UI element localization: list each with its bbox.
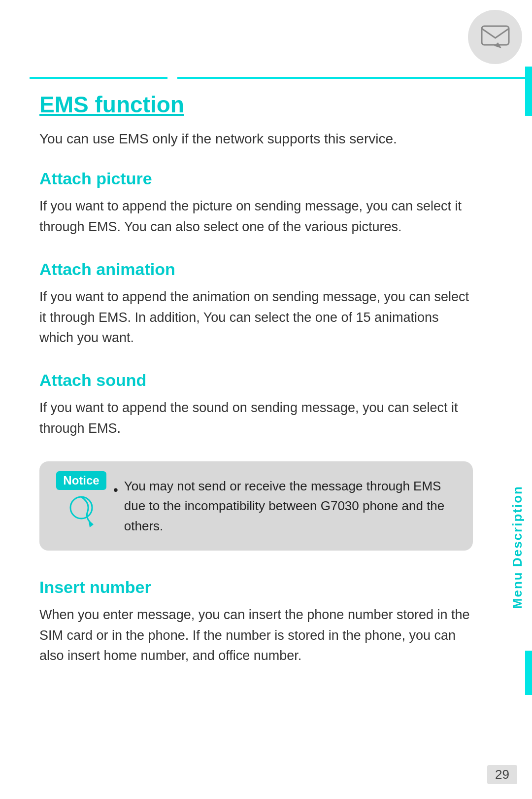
top-bar	[30, 76, 532, 79]
section-heading-attach-animation: Attach animation	[39, 260, 473, 279]
notice-text: • You may not send or receive the messag…	[113, 476, 455, 536]
section-body-attach-picture: If you want to append the picture on sen…	[39, 196, 473, 238]
section-heading-attach-sound: Attach sound	[39, 371, 473, 390]
page-title: EMS function	[39, 91, 473, 118]
notice-box: Notice • You may not send or receive the…	[39, 461, 473, 551]
right-sidebar-accent	[525, 651, 532, 695]
svg-rect-0	[482, 26, 509, 45]
intro-text: You can use EMS only if the network supp…	[39, 129, 473, 149]
top-bar-right	[177, 77, 532, 79]
notice-arrow-icon	[63, 494, 100, 531]
section-body-attach-animation: If you want to append the animation on s…	[39, 287, 473, 349]
top-bar-left	[30, 77, 167, 79]
right-sidebar: Menu Description	[502, 444, 532, 651]
section-body-insert-number: When you enter message, you can insert t…	[39, 605, 473, 667]
right-accent-bar	[525, 67, 532, 116]
main-content: EMS function You can use EMS only if the…	[39, 91, 473, 689]
notice-bullet: • You may not send or receive the messag…	[113, 476, 455, 536]
sidebar-label: Menu Description	[510, 486, 525, 609]
section-heading-attach-picture: Attach picture	[39, 169, 473, 188]
notice-badge: Notice	[56, 471, 106, 490]
corner-icon-area	[468, 10, 522, 64]
notice-icon-area: Notice	[49, 471, 113, 531]
message-icon	[479, 21, 511, 53]
section-body-attach-sound: If you want to append the sound on sendi…	[39, 398, 473, 439]
section-heading-insert-number: Insert number	[39, 578, 473, 597]
page-number: 29	[487, 765, 517, 784]
notice-bullet-text: You may not send or receive the message …	[124, 476, 455, 536]
